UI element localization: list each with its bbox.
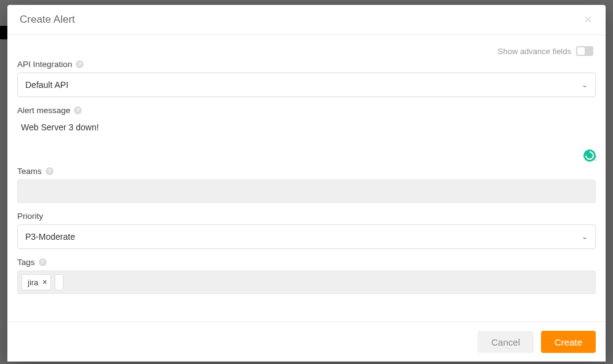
priority-label: Priority (17, 212, 43, 221)
alert-message-label-row: Alert message ? (17, 106, 596, 115)
tag-chip-label: jira (28, 278, 38, 287)
api-integration-group: API Integration ? Default API ⌄ (17, 60, 596, 97)
modal-header: Create Alert × (7, 5, 606, 35)
tag-text-input[interactable] (55, 274, 63, 290)
close-icon[interactable]: × (583, 13, 593, 26)
api-integration-select[interactable]: Default API ⌄ (17, 73, 596, 97)
advance-fields-label: Show advance fields (498, 47, 571, 56)
tags-group: Tags ? jira × (17, 258, 596, 294)
teams-input[interactable] (17, 180, 596, 203)
toggle-knob (577, 47, 585, 55)
api-integration-value: Default API (25, 80, 68, 90)
alert-message-input[interactable]: Web Server 3 down! 112 (17, 119, 596, 158)
teams-label: Teams (17, 167, 42, 176)
tags-label: Tags (17, 258, 35, 267)
teams-group: Teams ? (17, 167, 596, 203)
priority-select[interactable]: P3-Moderate ⌄ (17, 224, 596, 249)
advance-fields-row: Show advance fields (17, 46, 596, 56)
api-integration-label-row: API Integration ? (17, 60, 596, 69)
create-alert-modal: Create Alert × Show advance fields API I… (7, 5, 606, 362)
priority-value: P3-Moderate (25, 232, 75, 242)
tag-chip: jira × (22, 274, 51, 290)
teams-label-row: Teams ? (17, 167, 596, 176)
alert-message-label: Alert message (17, 106, 70, 115)
api-integration-label: API Integration (17, 60, 72, 69)
modal-body: Show advance fields API Integration ? De… (7, 35, 606, 322)
help-icon[interactable]: ? (76, 60, 84, 68)
priority-group: Priority P3-Moderate ⌄ (17, 212, 596, 249)
cancel-button[interactable]: Cancel (478, 331, 534, 353)
help-icon[interactable]: ? (39, 258, 47, 266)
alert-message-group: Alert message ? Web Server 3 down! 112 (17, 106, 596, 158)
chevron-down-icon: ⌄ (582, 81, 588, 89)
alert-message-value: Web Server 3 down! (21, 122, 592, 132)
grammarly-icon[interactable] (583, 149, 596, 162)
help-icon[interactable]: ? (46, 167, 54, 175)
priority-label-row: Priority (17, 212, 596, 221)
advance-fields-toggle[interactable] (576, 46, 593, 56)
tags-label-row: Tags ? (17, 258, 596, 267)
help-icon[interactable]: ? (74, 106, 82, 114)
chevron-down-icon: ⌄ (582, 232, 588, 241)
tags-input[interactable]: jira × (17, 271, 596, 294)
tag-remove-icon[interactable]: × (42, 278, 47, 287)
modal-title: Create Alert (20, 14, 75, 26)
modal-footer: Cancel Create (7, 322, 606, 362)
create-button[interactable]: Create (541, 331, 596, 353)
